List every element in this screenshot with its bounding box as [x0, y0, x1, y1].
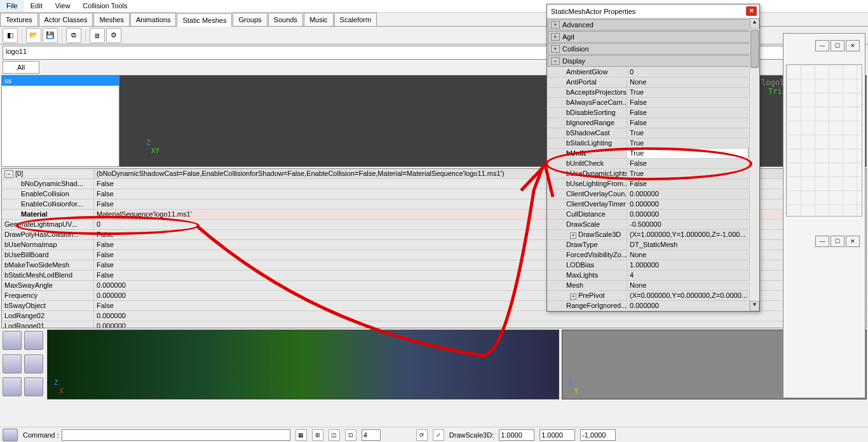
status-icon[interactable]: ⊡: [345, 429, 356, 441]
spin-value[interactable]: [362, 429, 381, 441]
prop-bunlit-value[interactable]: True▼: [627, 149, 759, 159]
scroll-down-icon[interactable]: ▼: [750, 301, 759, 311]
drawscale-y[interactable]: [539, 429, 575, 441]
close-button[interactable]: ✕: [846, 40, 860, 51]
expand-icon[interactable]: +: [570, 293, 576, 300]
prop-value[interactable]: True: [627, 138, 759, 149]
tab-sounds[interactable]: Sounds: [268, 13, 303, 26]
prop-value[interactable]: 0.000000: [94, 321, 866, 328]
prop-value[interactable]: 0.000000: [627, 199, 759, 210]
save-icon[interactable]: 💾: [43, 28, 58, 43]
status-icon[interactable]: ⊞: [312, 429, 323, 441]
prop-value[interactable]: 0.000000: [627, 189, 759, 199]
expand-icon[interactable]: +: [551, 33, 560, 41]
drawscale-x[interactable]: [499, 429, 534, 441]
tool-button[interactable]: [24, 331, 43, 350]
menu-file[interactable]: File: [0, 0, 24, 12]
expand-icon[interactable]: +: [551, 45, 560, 53]
section-collision[interactable]: Collision: [562, 45, 589, 53]
prop-name: bUseLightingFrom...: [547, 179, 627, 189]
prop-value[interactable]: True: [627, 128, 759, 138]
section-display[interactable]: Display: [562, 57, 585, 65]
rotate-icon[interactable]: ⟳: [416, 429, 428, 441]
tool-button[interactable]: [3, 331, 22, 350]
prop-value[interactable]: 1.000000: [627, 260, 759, 271]
new-icon[interactable]: 🗎: [90, 28, 105, 43]
prop-value[interactable]: 0: [627, 67, 759, 77]
prop-material-name: Material: [2, 210, 94, 219]
command-input[interactable]: [62, 429, 290, 441]
prop-name: Frequency: [2, 291, 94, 300]
tab-music[interactable]: Music: [304, 13, 334, 26]
status-icon[interactable]: ◫: [329, 429, 340, 441]
tab-groups[interactable]: Groups: [233, 13, 267, 26]
prop-name: EnableCollisionfor...: [2, 199, 94, 209]
copy-icon[interactable]: ⧉: [66, 28, 81, 43]
status-bar: Command : ▦ ⊞ ◫ ⊡ ⟳ ⤢ DrawScale3D:: [0, 427, 868, 442]
prop-value[interactable]: -0.500000: [627, 220, 759, 230]
menu-collision-tools[interactable]: Collision Tools: [76, 0, 133, 12]
menu-view[interactable]: View: [49, 0, 77, 12]
status-icon[interactable]: ▦: [295, 429, 307, 441]
prop-value[interactable]: False: [627, 159, 759, 169]
collapse-icon[interactable]: −: [4, 170, 13, 178]
tool-button[interactable]: [3, 354, 22, 373]
prop-value[interactable]: None: [627, 250, 759, 260]
prop-name: RangeForIgnored...: [547, 301, 627, 311]
tool-icon[interactable]: ⚙: [106, 28, 121, 43]
open-icon[interactable]: 📂: [26, 28, 41, 43]
section-advanced[interactable]: Advanced: [562, 21, 593, 29]
expand-icon[interactable]: +: [570, 232, 576, 239]
tab-static-meshes[interactable]: Static Meshes: [177, 13, 232, 27]
prop-value[interactable]: False: [627, 98, 759, 108]
grid-viewport[interactable]: [787, 65, 862, 216]
prop-value[interactable]: None: [627, 77, 759, 88]
scroll-up-icon[interactable]: ▲: [750, 18, 759, 29]
dock-icon[interactable]: ◧: [3, 28, 18, 43]
tab-textures[interactable]: Textures: [0, 13, 38, 26]
prop-value[interactable]: DT_StaticMesh: [627, 240, 759, 250]
filter-all-button[interactable]: All: [3, 61, 39, 74]
menu-edit[interactable]: Edit: [24, 0, 49, 12]
prop-value[interactable]: 0.000000: [627, 210, 759, 220]
max-button[interactable]: ☐: [831, 40, 844, 51]
tool-button[interactable]: [24, 377, 43, 396]
prop-value[interactable]: False: [627, 108, 759, 118]
list-item[interactable]: ss: [2, 76, 119, 86]
shield-icon[interactable]: [3, 429, 18, 441]
min-button[interactable]: —: [815, 40, 829, 51]
prop-value[interactable]: 0.000000: [627, 301, 759, 311]
prop-value[interactable]: True: [627, 88, 759, 98]
prop-value[interactable]: False: [627, 118, 759, 128]
prop-name: bNoDynamicShad...: [2, 179, 94, 189]
collapse-icon[interactable]: −: [551, 57, 560, 65]
prop-name: CullDistance: [547, 210, 627, 220]
tab-animations[interactable]: Animations: [130, 13, 176, 26]
tab-meshes[interactable]: Meshes: [93, 13, 130, 26]
prop-value[interactable]: None: [627, 281, 759, 291]
prop-value[interactable]: (X=0.000000,Y=0.000000,Z=0.0000...: [627, 291, 759, 301]
tool-button[interactable]: [3, 377, 22, 396]
tab-scaleform[interactable]: Scaleform: [334, 13, 377, 26]
prop-name: LODBias: [547, 260, 627, 271]
axis-z-icon: Z: [146, 138, 159, 147]
prop-name: GenerateLightmapUV...: [2, 220, 94, 229]
prop-value[interactable]: (X=1.000000,Y=1.000000,Z=-1.000...: [627, 230, 759, 240]
prop-value[interactable]: True: [627, 169, 759, 179]
prop-name: bShadowCast: [547, 128, 627, 138]
prop-value[interactable]: 0.000000: [94, 311, 866, 321]
prop-value[interactable]: 4: [627, 271, 759, 281]
close-icon[interactable]: ✕: [746, 6, 757, 16]
perspective-viewport[interactable]: ZX: [47, 330, 559, 399]
close-button[interactable]: ✕: [846, 236, 860, 247]
expand-icon[interactable]: +: [551, 21, 560, 29]
tab-actor-classes[interactable]: Actor Classes: [39, 13, 93, 26]
tool-button[interactable]: [24, 354, 43, 373]
min-button[interactable]: —: [815, 236, 829, 247]
max-button[interactable]: ☐: [831, 236, 844, 247]
prop-value[interactable]: False: [627, 179, 759, 189]
drawscale-z[interactable]: [580, 429, 616, 441]
scale-icon[interactable]: ⤢: [433, 429, 444, 441]
scrollbar-thumb[interactable]: [750, 30, 759, 68]
section-agit[interactable]: Agit: [562, 33, 574, 41]
